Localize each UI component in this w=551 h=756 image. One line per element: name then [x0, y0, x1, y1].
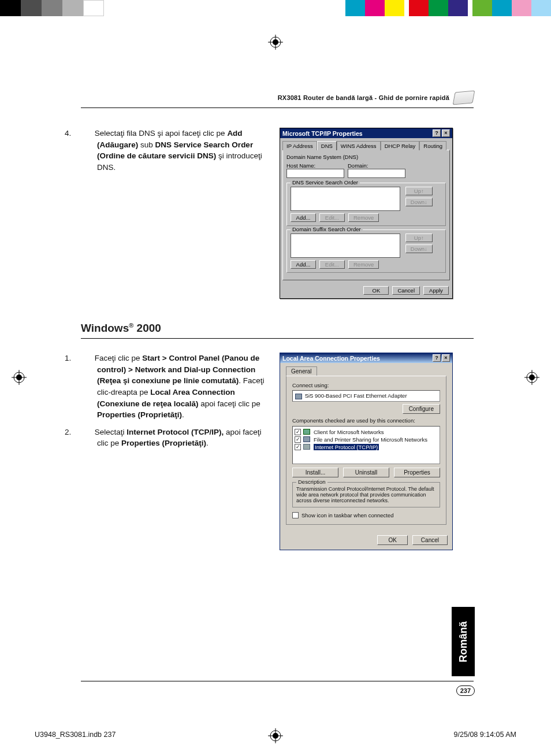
properties-button[interactable]: Properties	[394, 468, 440, 477]
up-button-2[interactable]: Up↑	[405, 234, 433, 242]
instruction-steps-win2000: 1. Faceţi clic pe Start > Control Panel …	[81, 353, 271, 550]
tab-wins[interactable]: WINS Address	[337, 141, 381, 150]
tab-general[interactable]: General	[286, 366, 317, 376]
dialog-titlebar: Local Area Connection Properties ? ×	[280, 353, 452, 363]
close-button[interactable]: ×	[442, 129, 450, 137]
checkbox-icon[interactable]	[292, 512, 299, 518]
remove-button[interactable]: Remove	[348, 213, 379, 222]
runhead-text: RX3081 Router de bandă largă - Ghid de p…	[278, 94, 449, 101]
adapter-field: SiS 900-Based PCI Fast Ethernet Adapter	[292, 390, 440, 401]
ok-button[interactable]: OK	[377, 535, 407, 545]
checkbox-icon[interactable]: ✓	[295, 444, 301, 450]
add-button[interactable]: Add...	[291, 213, 316, 222]
section-heading-windows-2000: Windows® 2000	[81, 322, 474, 339]
checkbox-icon[interactable]: ✓	[295, 429, 301, 435]
footer-timestamp: 9/25/08 9:14:05 AM	[454, 731, 516, 739]
dns-search-order-label: DNS Service Search Order	[291, 179, 360, 186]
service-icon	[303, 436, 310, 442]
svg-point-1	[273, 39, 278, 45]
apply-button[interactable]: Apply	[423, 286, 449, 295]
tab-ip-address[interactable]: IP Address	[282, 141, 317, 150]
dialog-title: Microsoft TCP/IP Properties	[282, 130, 363, 137]
print-footer: U3948_RS3081.indb 237 9/25/08 9:14:05 AM	[35, 731, 516, 739]
down-button-2[interactable]: Down↓	[405, 244, 433, 253]
instruction-step-1: 1. Faceţi clic pe Start > Control Panel …	[97, 353, 271, 420]
dialog-titlebar: Microsoft TCP/IP Properties ? ×	[280, 128, 452, 138]
cancel-button[interactable]: Cancel	[412, 535, 448, 545]
dialog-title: Local Area Connection Properties	[282, 355, 380, 362]
adapter-icon	[295, 394, 302, 399]
suffix-listbox[interactable]	[291, 234, 400, 258]
color-calibration-bar	[0, 0, 551, 16]
show-icon-checkbox-row[interactable]: Show icon in taskbar when connected	[292, 512, 440, 518]
domain-input[interactable]	[348, 169, 405, 178]
help-button[interactable]: ?	[433, 354, 441, 362]
domain-label: Domain:	[348, 162, 405, 169]
cancel-button[interactable]: Cancel	[392, 286, 420, 295]
registration-mark-icon	[524, 370, 539, 388]
edit-button-2[interactable]: Edit...	[319, 260, 345, 269]
remove-button-2[interactable]: Remove	[348, 260, 379, 269]
edit-button[interactable]: Edit...	[319, 213, 345, 222]
svg-point-3	[16, 375, 22, 380]
registration-mark-icon	[268, 35, 283, 53]
client-icon	[303, 429, 310, 435]
instruction-step-2: 2. Selectaţi Internet Protocol (TCP/IP),…	[97, 427, 271, 449]
protocol-icon	[303, 444, 310, 450]
page-number: 237	[456, 685, 475, 696]
domain-suffix-label: Domain Suffix Search Order	[291, 226, 363, 232]
tab-routing[interactable]: Routing	[419, 141, 446, 150]
tab-dns[interactable]: DNS	[317, 141, 337, 150]
running-header: RX3081 Router de bandă largă - Ghid de p…	[81, 91, 474, 108]
install-button[interactable]: Install...	[292, 468, 338, 477]
page-content: RX3081 Router de bandă largă - Ghid de p…	[81, 91, 474, 550]
dns-group-label: Domain Name System (DNS)	[286, 154, 446, 160]
dns-search-listbox[interactable]	[291, 187, 400, 211]
tab-dhcp-relay[interactable]: DHCP Relay	[381, 141, 420, 150]
router-icon	[453, 91, 475, 105]
description-box: Description Transmission Control Protoco…	[292, 482, 440, 507]
host-name-label: Host Name:	[286, 162, 344, 169]
connect-using-label: Connect using:	[292, 382, 440, 388]
checkbox-icon[interactable]: ✓	[295, 436, 301, 443]
dialog-tabs: IP Address DNS WINS Address DHCP Relay R…	[280, 138, 452, 150]
instruction-step-4: 4. Selectaţi fila DNS şi apoi faceţi cli…	[81, 128, 271, 299]
uninstall-button[interactable]: Uninstall	[343, 468, 389, 477]
configure-button[interactable]: Configure	[403, 404, 440, 414]
lan-connection-properties-dialog: Local Area Connection Properties ? × Gen…	[280, 353, 453, 550]
ok-button[interactable]: OK	[363, 286, 389, 295]
language-tab: Română	[452, 607, 475, 676]
footer-filename: U3948_RS3081.indb 237	[35, 731, 116, 739]
close-button[interactable]: ×	[442, 354, 450, 362]
help-button[interactable]: ?	[433, 129, 441, 137]
registration-mark-icon	[12, 370, 27, 388]
components-label: Components checked are used by this conn…	[292, 417, 440, 424]
up-button[interactable]: Up↑	[405, 187, 433, 195]
tcpip-properties-dialog: Microsoft TCP/IP Properties ? × IP Addre…	[280, 128, 453, 299]
host-name-input[interactable]	[286, 169, 344, 178]
list-item[interactable]: ✓File and Printer Sharing for Microsoft …	[295, 436, 438, 443]
list-item[interactable]: ✓Internet Protocol (TCP/IP)	[295, 443, 438, 451]
add-button-2[interactable]: Add...	[291, 260, 316, 269]
list-item[interactable]: ✓Client for Microsoft Networks	[295, 428, 438, 436]
down-button[interactable]: Down↓	[405, 198, 433, 206]
svg-point-5	[529, 375, 535, 380]
footer-rule	[81, 681, 474, 681]
components-listbox[interactable]: ✓Client for Microsoft Networks ✓File and…	[292, 426, 440, 464]
